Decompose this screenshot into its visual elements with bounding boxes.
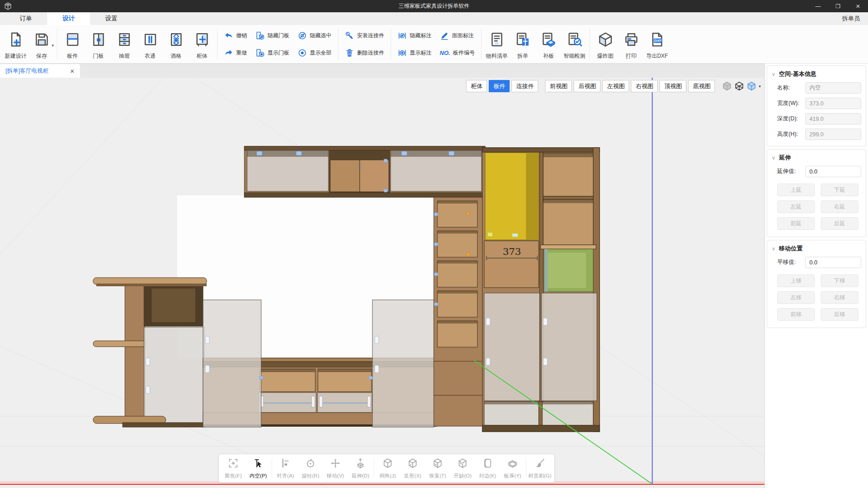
board-icon (541, 28, 557, 51)
user-role-label[interactable]: 拆单员 (842, 15, 860, 23)
tab-close-icon[interactable]: ✕ (70, 68, 74, 75)
toolbar-button-face-dimension[interactable]: 面面标注 (436, 28, 479, 43)
tool-focus[interactable]: 聚焦(F) (221, 456, 246, 481)
view-button-bottom-view[interactable]: 底视图 (688, 80, 715, 92)
toolbar-button-hide-door[interactable]: 隐藏门板 (251, 28, 293, 43)
cabinet-left-unit[interactable] (93, 278, 207, 427)
dropdown-caret-icon[interactable]: ▾ (52, 43, 54, 48)
toolbar-button-save[interactable]: ▾保存 (29, 26, 55, 62)
connector-icon (345, 31, 354, 40)
close-button[interactable]: ✕ (848, 0, 868, 12)
view-button-front-view[interactable]: 前视图 (545, 80, 572, 92)
viewport-canvas[interactable]: 373 (0, 78, 764, 488)
toolbar-button-panel-number[interactable]: NO.板件编号 (436, 45, 479, 60)
toolbar-column-4-1: 面面标注NO.板件编号 (436, 26, 479, 62)
view-mode-button-cabinet-mode[interactable]: 柜体 (466, 80, 487, 92)
toolbar-button-bom[interactable]: 物料清单 (484, 26, 510, 62)
toolbar-button-install-connector[interactable]: 安装连接件 (341, 28, 388, 43)
panel-section-header[interactable]: ∨移动位置 (772, 244, 861, 253)
tool-thickness[interactable]: 板厚(Y) (500, 456, 525, 481)
cabinet-tall-unit[interactable]: 373 (482, 148, 600, 432)
tool-notch[interactable]: 开缺(O) (450, 456, 475, 481)
tool-move[interactable]: 移动(V) (323, 456, 348, 481)
panel-button-extend-right[interactable]: 右延 (821, 200, 858, 213)
view-mode-button-panel-mode[interactable]: 板件 (489, 80, 510, 92)
display-mode-caret-icon[interactable]: ▾ (759, 84, 761, 89)
tool-extend[interactable]: 延伸(D) (348, 456, 373, 481)
panel-field-row: 平移值: (772, 257, 861, 268)
maximize-button[interactable]: ❐ (828, 0, 848, 12)
field-input-extend-value[interactable] (805, 166, 861, 177)
tool-align[interactable]: 对齐(A) (273, 456, 298, 481)
toolbar-button-label: 酒格 (171, 52, 182, 60)
view-button-right-view[interactable]: 右视图 (631, 80, 658, 92)
toolbar-button-drawer[interactable]: 抽屉 (111, 26, 137, 62)
toolbar-button-show-all[interactable]: 显示全部 (293, 45, 336, 60)
toolbar-button-delete-connector[interactable]: 删除连接件 (341, 45, 388, 60)
toolbar-button-split-order[interactable]: 拆单 (510, 26, 536, 62)
menu-tab-design[interactable]: 设计 (47, 12, 90, 25)
title-bar: 三维家板式家具设计拆单软件 — ❐ ✕ (0, 0, 868, 12)
toolbar-button-explode[interactable]: 爆炸图 (592, 26, 618, 62)
tool-label: 倒角(J) (379, 473, 396, 479)
toolbar-button-door[interactable]: 门板 (85, 26, 111, 62)
panel-button-move-up[interactable]: 上移 (777, 274, 815, 287)
panel-section-header[interactable]: ∨延伸 (772, 154, 861, 162)
panel-button-extend-left[interactable]: 左延 (777, 200, 815, 213)
view-mode-button-connector-mode[interactable]: 连接件 (511, 80, 538, 92)
tool-material-brush[interactable]: 材质刷(G) (527, 456, 552, 481)
toolbar-button-rail[interactable]: 衣通 (137, 26, 163, 62)
toolbar-button-patch-board[interactable]: 补板 (536, 26, 561, 62)
toolbar-button-show-dimension[interactable]: 显示标注 (393, 45, 436, 60)
3d-scene[interactable]: 373 (0, 78, 764, 488)
menu-tabs: 订单设计设置 (5, 12, 133, 25)
trash-icon (345, 48, 354, 58)
tool-chamfer[interactable]: 倒角(J) (375, 456, 400, 481)
toolbar-button-hide-dimension[interactable]: 隐藏标注 (393, 28, 436, 43)
toolbar-button-wine-rack[interactable]: 酒格 (163, 26, 189, 62)
toolbar-button-undo[interactable]: 撤销 (220, 28, 251, 43)
panel-button-extend-back[interactable]: 后延 (821, 217, 858, 230)
menu-tab-order[interactable]: 订单 (5, 12, 47, 25)
cabinet-top-row[interactable] (244, 146, 485, 197)
palette-separator (526, 459, 526, 478)
toolbar-button-print[interactable]: 打印 (618, 26, 644, 62)
tool-shape[interactable]: 造形(X) (400, 456, 425, 481)
field-input-move-value[interactable] (805, 257, 861, 268)
toolbar-button-label: 爆炸图 (597, 52, 614, 60)
toolbar-button-new-design[interactable]: 新建设计 (3, 26, 29, 62)
panel-button-extend-up[interactable]: 上延 (777, 184, 815, 196)
toolbar-button-smart-check[interactable]: 智能检测 (561, 26, 587, 62)
panel-button-move-front[interactable]: 前移 (777, 308, 815, 321)
toolbar-button-redo[interactable]: 重做 (220, 45, 251, 60)
cabinet-cubby-column[interactable] (434, 197, 483, 426)
panel-button-move-back[interactable]: 后移 (821, 308, 858, 321)
tool-edge-band[interactable]: 封边(K) (475, 456, 500, 481)
view-button-top-view[interactable]: 顶视图 (660, 80, 686, 92)
toolbar-button-show-door[interactable]: 显示门板 (251, 45, 293, 60)
wireframe-cube-icon[interactable] (734, 81, 744, 91)
doc-check-icon (566, 28, 583, 51)
panel-button-extend-down[interactable]: 下延 (821, 184, 858, 196)
panel-section-space-basic-info: ∨空间-基本信息名称:宽度(W):深度(D):高度(H): (767, 65, 866, 146)
view-button-left-view[interactable]: 左视图 (602, 80, 629, 92)
toolbar-button-hide-selected[interactable]: 隐藏选中 (293, 28, 336, 43)
panel-button-move-down[interactable]: 下移 (821, 274, 858, 287)
toolbar-button-panel[interactable]: 板件 (60, 26, 85, 62)
field-label-height: 高度(H): (777, 130, 805, 138)
toolbar-button-export-dxf[interactable]: DXF导出DXF (644, 26, 670, 62)
tool-restore[interactable]: 恢复(T) (425, 456, 450, 481)
minimize-button[interactable]: — (808, 0, 828, 12)
document-tab[interactable]: [拆单]客厅电视柜 ✕ (0, 64, 80, 78)
view-button-back-view[interactable]: 后视图 (574, 80, 600, 92)
panel-section-header[interactable]: ∨空间-基本信息 (772, 70, 861, 78)
panel-button-move-right[interactable]: 右移 (821, 291, 858, 304)
panel-button-extend-front[interactable]: 前延 (777, 217, 815, 230)
solid-cube-icon[interactable] (722, 81, 732, 91)
panel-button-move-left[interactable]: 左移 (777, 291, 815, 304)
toolbar-button-cabinet[interactable]: 柜体 (189, 26, 215, 62)
menu-tab-settings[interactable]: 设置 (90, 12, 133, 25)
tool-inner-space[interactable]: 内空(P) (246, 456, 271, 481)
transparent-cube-icon[interactable] (746, 81, 757, 91)
tool-rotate[interactable]: 旋转(R) (298, 456, 323, 481)
